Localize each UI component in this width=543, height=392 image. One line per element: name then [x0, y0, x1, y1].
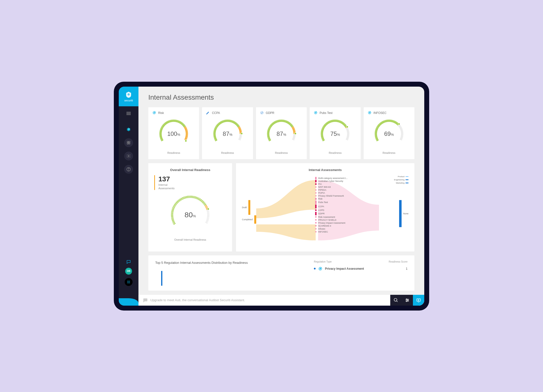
filter-button[interactable]	[402, 295, 413, 306]
svg-line-342	[171, 212, 173, 212]
bar-chart-bar	[161, 271, 162, 286]
card-label: CCPA	[212, 111, 220, 115]
sankey-category-node[interactable]: CCPA	[315, 204, 364, 208]
svg-line-235	[332, 120, 333, 122]
svg-line-107	[222, 121, 222, 122]
sankey-category-node[interactable]: Privacy Impact Assessment	[315, 222, 364, 224]
svg-line-72	[186, 131, 187, 132]
sankey-category-node[interactable]: PRIVACY SHIELD	[315, 219, 364, 221]
svg-line-117	[231, 120, 231, 122]
svg-line-31	[160, 132, 162, 133]
sankey-category-node[interactable]: PIPEDA	[315, 189, 364, 191]
sankey-category-node[interactable]: Privacy Shield Framework	[315, 195, 364, 197]
sankey-category-node[interactable]: Multi-category assessment t...	[315, 177, 364, 179]
sankey-category-node[interactable]: Risk	[315, 198, 364, 200]
svg-line-94	[214, 130, 216, 131]
sankey-category-node[interactable]: SCHREMS II	[315, 225, 364, 227]
sankey-category-node[interactable]: PIA	[315, 183, 364, 185]
svg-rect-5	[129, 141, 130, 142]
svg-line-353	[179, 200, 180, 201]
user-avatar[interactable]: DB	[125, 268, 132, 275]
svg-line-211	[322, 138, 323, 138]
svg-line-138	[240, 136, 241, 136]
svg-line-179	[285, 120, 285, 122]
svg-line-376	[204, 204, 206, 205]
svg-line-191	[292, 128, 294, 128]
nav-data-icon[interactable]	[124, 138, 133, 147]
readiness-card-gdpr[interactable]: GDPR 87% Readiness	[256, 107, 307, 159]
present-button[interactable]	[413, 295, 424, 306]
assistant-input[interactable]: Upgrade to meet Auti, the conversational…	[138, 295, 390, 306]
svg-line-168	[275, 121, 275, 123]
svg-line-329	[400, 138, 402, 139]
svg-line-356	[183, 198, 183, 199]
sankey-source-node[interactable]: Completed	[242, 215, 256, 224]
svg-line-204	[292, 139, 294, 140]
svg-line-259	[347, 132, 349, 133]
sankey-category-node[interactable]: Australian Cyber Security	[315, 180, 364, 182]
card-icon	[314, 111, 318, 115]
sankey-category-node[interactable]: Pubs Test	[315, 201, 364, 204]
table-row[interactable]: Privacy Impact Assessment 1	[314, 267, 407, 271]
row-score: 1	[406, 267, 407, 270]
svg-line-118	[232, 121, 232, 122]
svg-point-14	[127, 282, 128, 282]
svg-line-151	[267, 135, 269, 135]
svg-line-98	[215, 127, 217, 128]
readiness-card-risk[interactable]: Risk 100% Readiness	[148, 107, 199, 159]
svg-line-173	[279, 120, 280, 122]
svg-line-319	[401, 129, 402, 130]
sankey-category-node[interactable]: Risk Assessment	[315, 216, 364, 218]
readiness-card-ccpa[interactable]: CCPA 87% Readiness	[202, 107, 253, 159]
sankey-target-node[interactable]: None	[399, 200, 408, 227]
svg-line-341	[171, 213, 173, 213]
table-header-regulation: Regulation Type	[314, 260, 332, 263]
wave-decoration	[119, 298, 138, 306]
svg-line-328	[401, 138, 402, 138]
svg-line-154	[267, 132, 269, 133]
svg-line-214	[321, 135, 323, 135]
sankey-category-node[interactable]: POPIA	[315, 192, 364, 194]
svg-line-67	[185, 127, 186, 128]
assistant-bar: Upgrade to meet Auti, the conversational…	[138, 295, 424, 306]
svg-line-308	[395, 121, 395, 123]
svg-point-398	[406, 299, 407, 299]
svg-line-332	[174, 223, 175, 224]
svg-line-245	[341, 121, 342, 123]
menu-toggle-icon[interactable]	[124, 109, 133, 118]
svg-line-348	[174, 204, 176, 205]
readiness-card-pubs test[interactable]: Pubs Test 75% Readiness	[310, 107, 360, 159]
svg-line-212	[322, 137, 323, 137]
nav-assessments-icon[interactable]	[124, 125, 133, 134]
svg-line-242	[339, 120, 339, 122]
chat-icon[interactable]	[126, 259, 131, 264]
svg-line-149	[268, 137, 270, 137]
sankey-category-node[interactable]: LGPD	[315, 209, 364, 211]
sankey-title: Internal Assessments	[242, 168, 408, 172]
apps-icon[interactable]	[125, 278, 133, 286]
svg-line-70	[186, 129, 187, 130]
svg-line-335	[172, 220, 174, 221]
sankey-category-node[interactable]: Infosec	[315, 228, 364, 230]
svg-line-180	[286, 121, 286, 122]
svg-line-370	[199, 199, 200, 200]
svg-line-140	[239, 138, 241, 138]
nav-settings-icon[interactable]	[124, 152, 133, 160]
overall-gauge: 80%	[169, 194, 211, 236]
readiness-card-infosec[interactable]: INFOSEC 69% Readiness	[364, 107, 414, 159]
svg-line-33	[160, 130, 162, 131]
sankey-category-node[interactable]: NIST 800-63	[315, 186, 364, 188]
search-button[interactable]	[390, 295, 402, 306]
svg-line-349	[175, 203, 177, 204]
svg-line-150	[268, 136, 269, 136]
sankey-category-node[interactable]: GDPR	[315, 212, 364, 215]
nav-help-icon[interactable]	[124, 165, 133, 174]
svg-line-396	[397, 301, 398, 302]
svg-line-89	[214, 135, 215, 135]
brand-logo[interactable]: securiti	[119, 87, 138, 106]
svg-line-256	[347, 129, 349, 130]
sankey-category-node[interactable]: INFOSEC	[315, 231, 364, 233]
svg-line-243	[339, 121, 340, 122]
sankey-source-node[interactable]: Draft	[242, 200, 256, 215]
svg-line-307	[394, 121, 395, 122]
